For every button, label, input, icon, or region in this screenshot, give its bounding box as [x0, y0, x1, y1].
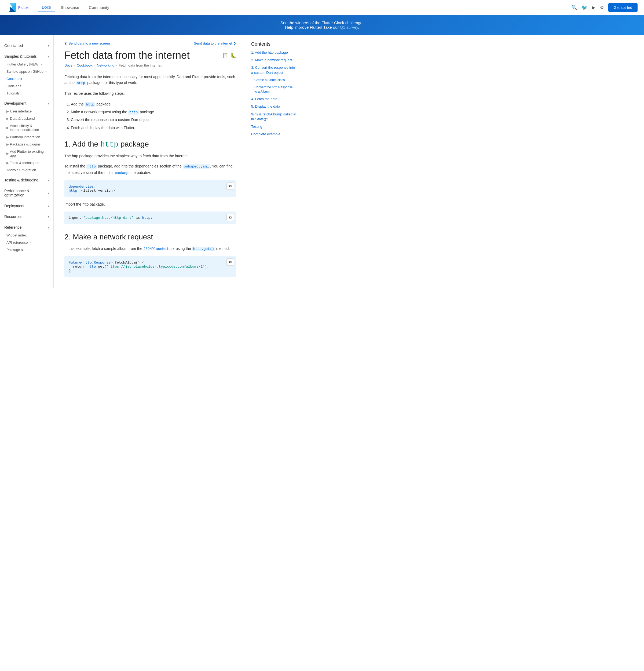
sidebar-item-codelabs[interactable]: Codelabs: [0, 83, 53, 90]
report-bug-button[interactable]: 🐛: [230, 53, 236, 59]
header: Flutter Docs Showcase Community 🔍 🐦 ▶ ⚙ …: [0, 0, 644, 15]
contents-item-4[interactable]: 4. Fetch the data: [251, 97, 296, 101]
sidebar-item-tools[interactable]: ▶ Tools & techniques: [0, 159, 53, 166]
section1-text2: To install the http package, add it to t…: [64, 163, 236, 176]
sidebar-item-add-flutter[interactable]: ▶ Add Flutter to existing app: [0, 148, 53, 159]
sidebar-item-gallery[interactable]: Flutter Gallery [NEW] ↗: [0, 61, 53, 68]
breadcrumb-sep2: ›: [94, 63, 95, 67]
http-get-inline: http.get(): [192, 246, 215, 251]
twitter-button[interactable]: 🐦: [581, 4, 588, 11]
sidebar-item-tutorials[interactable]: Tutorials: [0, 90, 53, 97]
sidebar-item-accessibility[interactable]: ▶ Accessibility & internationalization: [0, 122, 53, 134]
breadcrumb-cookbook[interactable]: Cookbook: [77, 63, 93, 67]
contents-item-5[interactable]: 5. Display the data: [251, 104, 296, 109]
code-fetch-line1: Future<http.Response> fetchAlbum() {: [69, 261, 232, 265]
sidebar-get-started-header[interactable]: Get started ▾: [0, 41, 53, 50]
sidebar-item-sample-apps[interactable]: Sample apps on GitHub ↗: [0, 68, 53, 75]
sidebar-section-development: Development ▴ ▶ User interface ▶ Data & …: [0, 99, 53, 174]
nav-community[interactable]: Community: [85, 3, 114, 12]
nav-showcase[interactable]: Showcase: [56, 3, 83, 12]
sidebar-platform-label: Platform integration: [10, 135, 40, 139]
sidebar-item-platform[interactable]: ▶ Platform integration: [0, 134, 53, 141]
sidebar-testing-header[interactable]: Testing & debugging ▾: [0, 176, 53, 185]
copy-code3-button[interactable]: ⧉: [227, 258, 234, 266]
jsonplaceholder-link[interactable]: JSONPlaceholder: [143, 247, 175, 251]
breadcrumb-sep1: ›: [74, 63, 75, 67]
step-1: Add the http package.: [71, 101, 236, 107]
sidebar-performance-header[interactable]: Performance & optimization ▾: [0, 187, 53, 200]
section1-heading-suffix: package: [118, 140, 149, 148]
code-dot-get: .get(: [96, 265, 106, 269]
chevron-down-icon: ▾: [48, 179, 49, 182]
breadcrumb-networking[interactable]: Networking: [97, 63, 114, 67]
sidebar-section-reference: Reference ▴ Widget index API reference ↗…: [0, 223, 53, 253]
sidebar-item-package-site[interactable]: Package site ↗: [0, 246, 53, 253]
github-button[interactable]: ⚙: [600, 4, 604, 11]
youtube-button[interactable]: ▶: [592, 4, 595, 11]
step-3: Convert the response into a custom Dart …: [71, 116, 236, 123]
chevron-down-icon: ▾: [48, 44, 49, 47]
banner-text-prefix: Help improve Flutter! Take our: [285, 25, 340, 29]
banner-survey-link[interactable]: Q1 survey: [340, 25, 358, 29]
copy-code2-button[interactable]: ⧉: [227, 214, 234, 221]
sidebar-samples-label: Samples & tutorials: [4, 54, 37, 59]
nav-docs[interactable]: Docs: [38, 3, 55, 12]
sidebar-performance-label: Performance & optimization: [4, 189, 48, 197]
contents-item-testing[interactable]: Testing: [251, 124, 296, 129]
next-page-link[interactable]: Send data to the internet ❯: [194, 41, 236, 45]
code-fetch-line2: return http.get('https://jsonplaceholder…: [69, 265, 232, 269]
sidebar-development-label: Development: [4, 101, 27, 105]
breadcrumb-docs[interactable]: Docs: [64, 63, 73, 67]
search-button[interactable]: 🔍: [571, 4, 577, 11]
contents-item-complete[interactable]: Complete example: [251, 132, 296, 137]
chevron-up-icon: ▴: [48, 102, 49, 105]
contents-item-3b[interactable]: Convert the http.Response to a Album: [251, 85, 296, 94]
http-package-link[interactable]: http package: [104, 171, 130, 175]
expand-icon: ▶: [7, 152, 9, 155]
section2-heading: 2. Make a network request: [64, 233, 236, 241]
sidebar-samples-header[interactable]: Samples & tutorials ▴: [0, 52, 53, 61]
sidebar-item-packages[interactable]: ▶ Packages & plugins: [0, 141, 53, 148]
sidebar-item-cookbook[interactable]: Cookbook: [0, 75, 53, 83]
sidebar-reference-header[interactable]: Reference ▴: [0, 223, 53, 232]
contents-item-2[interactable]: 2. Make a network request: [251, 58, 296, 63]
code-lt: <: [81, 261, 83, 265]
http-inline-step2: http: [128, 110, 139, 115]
contents-item-why[interactable]: Why is fetchAlbum() called in initState(…: [251, 112, 296, 122]
code-fetchalbum: fetchAlbum() {: [113, 261, 144, 265]
contents-item-3a[interactable]: Create a Album class: [251, 78, 296, 83]
breadcrumb: Docs › Cookbook › Networking › Fetch dat…: [64, 63, 236, 67]
sidebar-development-header[interactable]: Development ▴: [0, 99, 53, 107]
sidebar-data-label: Data & backend: [10, 116, 35, 121]
sidebar-a11y-label: Accessibility & internationalization: [10, 124, 49, 132]
sidebar-item-androidx[interactable]: AndroidX migration: [0, 166, 53, 174]
code-return: return: [73, 265, 88, 269]
page-layout: Get started ▾ Samples & tutorials ▴ Flut…: [0, 35, 644, 288]
breadcrumb-sep3: ›: [116, 63, 117, 67]
get-started-button[interactable]: Get started: [608, 3, 637, 12]
contents-item-3[interactable]: 3. Convert the response into a custom Da…: [251, 65, 296, 75]
copy-code1-button[interactable]: ⧉: [227, 182, 234, 190]
external-link-icon: ↗: [44, 70, 47, 73]
prev-page-label: Send data to a new screen: [68, 41, 110, 45]
sidebar-deployment-header[interactable]: Deployment ▾: [0, 202, 53, 210]
step-4: Fetch and display the data with Flutter.: [71, 125, 236, 131]
sidebar-item-widget-index[interactable]: Widget index: [0, 232, 53, 239]
sidebar-item-ui[interactable]: ▶ User interface: [0, 107, 53, 115]
sidebar-section-deployment: Deployment ▾: [0, 202, 53, 210]
sidebar-item-api-ref[interactable]: API reference ↗: [0, 239, 53, 246]
contents-item-1[interactable]: 1. Add the http package: [251, 50, 296, 55]
sidebar-item-data[interactable]: ▶ Data & backend: [0, 115, 53, 122]
code-key-http: http: [69, 189, 77, 193]
sidebar-get-started-label: Get started: [4, 43, 23, 48]
copy-page-button[interactable]: 📋: [222, 53, 228, 59]
code-import-keyword: import: [69, 216, 83, 220]
sidebar-resources-header[interactable]: Resources ▾: [0, 212, 53, 221]
logo[interactable]: Flutter: [7, 3, 29, 12]
section2-text: In this example, fetch a sample album fr…: [64, 245, 236, 252]
code-http-response: http.Response: [83, 261, 111, 265]
banner-text-suffix: .: [358, 25, 359, 29]
prev-page-link[interactable]: ❮ Send data to a new screen: [64, 41, 110, 45]
banner-line1: See the winners of the Flutter Clock cha…: [5, 21, 639, 25]
sidebar-section-testing: Testing & debugging ▾: [0, 176, 53, 185]
